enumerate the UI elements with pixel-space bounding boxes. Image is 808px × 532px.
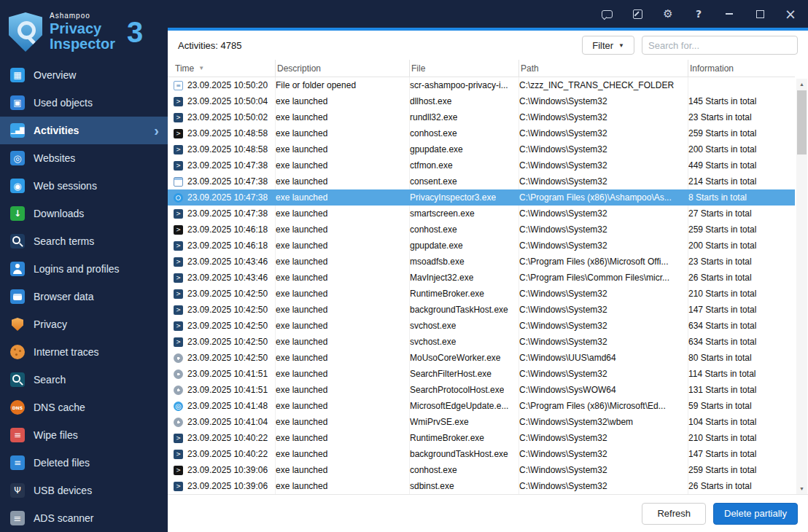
table-row[interactable]: 23.09.2025 10:47:38 exe launched ctfmon.… xyxy=(168,157,795,173)
path-cell: C:\Windows\System32 xyxy=(519,302,688,318)
table-row[interactable]: 23.09.2025 10:43:46 exe launched msoadfs… xyxy=(168,254,795,270)
sidebar-item-icon xyxy=(10,372,25,387)
sidebar-item-label: Privacy xyxy=(34,318,67,330)
table-row[interactable]: 23.09.2025 10:42:50 exe launched Runtime… xyxy=(168,286,795,302)
close-icon[interactable] xyxy=(785,8,796,20)
time-value: 23.09.2025 10:46:18 xyxy=(187,240,268,251)
information-cell: 210 Starts in total xyxy=(688,430,795,446)
sidebar-item-1[interactable]: Used objects › xyxy=(0,89,168,117)
scroll-down-icon[interactable]: ▼ xyxy=(796,483,807,494)
table-row[interactable]: 23.09.2025 10:50:04 exe launched dllhost… xyxy=(168,93,795,109)
help-icon[interactable] xyxy=(693,8,704,20)
table-row[interactable]: 23.09.2025 10:43:46 exe launched MavInje… xyxy=(168,270,795,286)
path-value: C:\Windows\System32 xyxy=(519,481,607,491)
table-row[interactable]: 23.09.2025 10:39:06 exe launched conhost… xyxy=(168,462,795,478)
table-row[interactable]: 23.09.2025 10:41:48 exe launched Microso… xyxy=(168,398,795,414)
time-value: 23.09.2025 10:41:51 xyxy=(187,385,268,395)
sidebar-item-5[interactable]: Downloads › xyxy=(0,200,168,227)
sidebar-item-9[interactable]: Privacy › xyxy=(0,310,168,338)
table-row[interactable]: 23.09.2025 10:40:22 exe launched Runtime… xyxy=(168,430,795,446)
sidebar-item-label: Search terms xyxy=(34,235,94,247)
delete-partially-button[interactable]: Delete partially xyxy=(713,503,798,525)
sidebar-item-13[interactable]: Wipe files › xyxy=(0,421,168,449)
table-row[interactable]: 23.09.2025 10:41:51 exe launched SearchP… xyxy=(168,382,795,398)
path-cell: C:\Windows\System32 xyxy=(519,173,688,189)
table-row[interactable]: 23.09.2025 10:39:06 exe launched sdbinst… xyxy=(168,478,795,494)
column-header-description[interactable]: Description xyxy=(276,60,410,77)
time-cell: 23.09.2025 10:47:38 xyxy=(174,189,276,206)
refresh-button[interactable]: Refresh xyxy=(642,503,706,525)
toolbar: Activities: 4785 Filter ▼ xyxy=(168,31,808,60)
sidebar-item-label: Logins and profiles xyxy=(34,263,120,275)
file-cell: RuntimeBroker.exe xyxy=(410,430,519,446)
table-row[interactable]: 23.09.2025 10:47:38 exe launched Privacy… xyxy=(168,189,795,206)
scrollbar-thumb[interactable] xyxy=(797,90,807,154)
time-cell: 23.09.2025 10:43:46 xyxy=(174,254,276,270)
column-header-information[interactable]: Information xyxy=(688,60,795,77)
sidebar-item-3[interactable]: Websites › xyxy=(0,144,168,172)
description-cell: exe launched xyxy=(276,189,410,206)
file-cell: svchost.exe xyxy=(410,334,519,350)
path-cell: C:\Windows\System32 xyxy=(519,462,688,478)
filter-button[interactable]: Filter ▼ xyxy=(582,36,634,55)
file-cell: consent.exe xyxy=(410,173,519,189)
table-row[interactable]: 23.09.2025 10:50:20 File or folder opene… xyxy=(168,77,795,93)
description-value: exe launched xyxy=(276,433,327,443)
table-row[interactable]: 23.09.2025 10:42:50 exe launched MoUsoCo… xyxy=(168,350,795,366)
sidebar-item-14[interactable]: Deleted files › xyxy=(0,449,168,477)
table-row[interactable]: 23.09.2025 10:41:51 exe launched SearchF… xyxy=(168,366,795,382)
description-cell: exe launched xyxy=(276,398,410,414)
path-cell: C:\Windows\UUS\amd64 xyxy=(519,350,688,366)
sidebar-item-2[interactable]: Activities › xyxy=(0,117,168,144)
column-header-file[interactable]: File xyxy=(410,60,519,77)
file-value: RuntimeBroker.exe xyxy=(410,433,484,443)
sidebar-item-0[interactable]: Overview › xyxy=(0,61,168,89)
time-value: 23.09.2025 10:47:38 xyxy=(187,176,268,187)
file-cell: scr-ashampoo-privacy-i... xyxy=(410,77,519,93)
vertical-scrollbar[interactable]: ▲ ▼ xyxy=(796,79,807,494)
sidebar-item-6[interactable]: Search terms › xyxy=(0,227,168,255)
search-input[interactable] xyxy=(642,36,798,55)
column-header-path[interactable]: Path xyxy=(519,60,688,77)
table-row[interactable]: 23.09.2025 10:40:22 exe launched backgro… xyxy=(168,446,795,462)
sidebar-item-icon xyxy=(10,68,25,82)
table-row[interactable]: 23.09.2025 10:42:50 exe launched svchost… xyxy=(168,318,795,334)
sidebar-item-16[interactable]: ADS scanner › xyxy=(0,504,168,532)
column-header-label: Time xyxy=(175,63,194,74)
file-value: RuntimeBroker.exe xyxy=(410,289,484,299)
table-row[interactable]: 23.09.2025 10:46:18 exe launched conhost… xyxy=(168,222,795,238)
information-cell: 200 Starts in total xyxy=(688,238,795,254)
table-row[interactable]: 23.09.2025 10:47:38 exe launched consent… xyxy=(168,173,795,189)
table-row[interactable]: 23.09.2025 10:50:02 exe launched rundll3… xyxy=(168,109,795,125)
sidebar-item-12[interactable]: DNS cache › xyxy=(0,394,168,421)
table-row[interactable]: 23.09.2025 10:42:50 exe launched backgro… xyxy=(168,302,795,318)
maximize-icon[interactable] xyxy=(754,8,766,20)
activities-table: Time ▼ Description File Path Information xyxy=(168,60,808,494)
minimize-icon[interactable] xyxy=(723,8,735,20)
table-row[interactable]: 23.09.2025 10:42:50 exe launched svchost… xyxy=(168,334,795,350)
information-cell: 104 Starts in total xyxy=(688,414,795,430)
sidebar-item-15[interactable]: USB devices › xyxy=(0,477,168,504)
sidebar-item-11[interactable]: Search › xyxy=(0,366,168,394)
sidebar-item-8[interactable]: Browser data › xyxy=(0,283,168,310)
path-value: C:\Windows\System32 xyxy=(519,160,607,171)
settings-icon[interactable] xyxy=(662,8,674,20)
table-row[interactable]: 23.09.2025 10:47:38 exe launched smartsc… xyxy=(168,206,795,222)
feedback-icon[interactable] xyxy=(601,8,613,20)
table-row[interactable]: 23.09.2025 10:48:58 exe launched conhost… xyxy=(168,125,795,141)
path-cell: C:\Program Files (x86)\Microsoft Offi... xyxy=(519,254,688,270)
sidebar-item-4[interactable]: Web sessions › xyxy=(0,172,168,200)
column-header-time[interactable]: Time ▼ xyxy=(174,60,276,77)
sidebar-item-10[interactable]: Internet traces › xyxy=(0,338,168,366)
table-row[interactable]: 23.09.2025 10:41:04 exe launched WmiPrvS… xyxy=(168,414,795,430)
table-row[interactable]: 23.09.2025 10:48:58 exe launched gpupdat… xyxy=(168,141,795,157)
description-value: exe launched xyxy=(276,481,327,491)
sidebar-item-7[interactable]: Logins and profiles › xyxy=(0,255,168,283)
table-row[interactable]: 23.09.2025 10:46:18 exe launched gpupdat… xyxy=(168,238,795,254)
path-cell: C:\Windows\System32\wbem xyxy=(519,414,688,430)
path-cell: C:\Windows\System32 xyxy=(519,446,688,462)
sidebar-item-icon xyxy=(10,95,25,110)
file-type-icon xyxy=(174,177,183,187)
scroll-up-icon[interactable]: ▲ xyxy=(796,79,807,90)
edit-note-icon[interactable] xyxy=(632,8,643,20)
